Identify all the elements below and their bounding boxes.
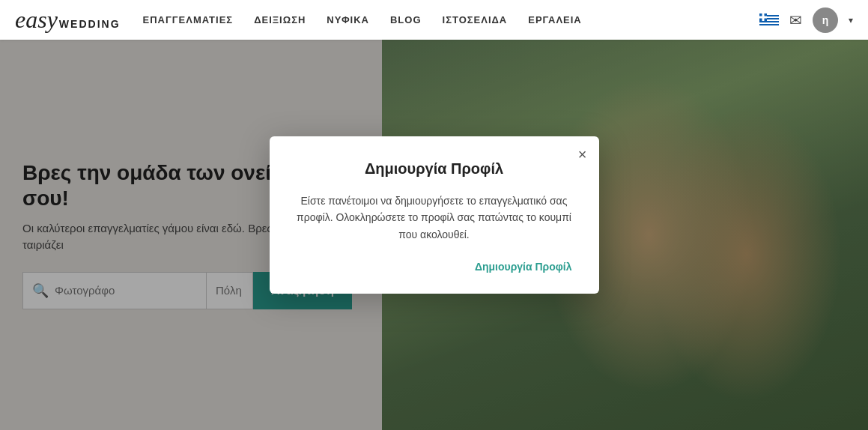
modal-title: Δημιουργία Προφίλ	[297, 160, 572, 178]
modal-footer: Δημιουργία Προφίλ	[297, 261, 572, 273]
modal-close-button[interactable]: ×	[578, 147, 587, 162]
modal-body-text: Είστε πανέτοιμοι να δημιουργήσετε το επα…	[297, 193, 572, 243]
modal-action-link[interactable]: Δημιουργία Προφίλ	[475, 261, 572, 273]
profile-creation-modal: × Δημιουργία Προφίλ Είστε πανέτοιμοι να …	[270, 136, 599, 294]
modal-backdrop: × Δημιουργία Προφίλ Είστε πανέτοιμοι να …	[0, 0, 868, 430]
